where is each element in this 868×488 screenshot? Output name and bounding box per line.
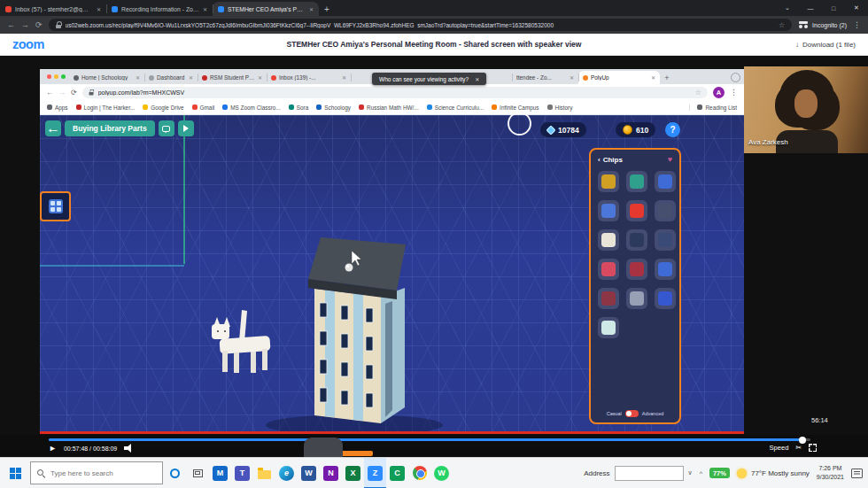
taskbar-app-onenote[interactable]: N (320, 458, 342, 488)
inner-new-tab-button[interactable]: + (660, 71, 674, 84)
bottom-drawer-handle[interactable] (304, 438, 343, 457)
chip-item[interactable] (598, 200, 619, 221)
tab-close-icon[interactable]: ✕ (309, 6, 314, 12)
address-toolbar[interactable]: Address ∨ (584, 466, 692, 481)
panel-collapse-icon[interactable]: ‹ (598, 156, 601, 164)
play-button[interactable]: ► (49, 444, 57, 453)
back-icon[interactable]: ← (7, 20, 15, 29)
volume-icon[interactable] (124, 444, 135, 453)
new-tab-button[interactable]: + (319, 2, 335, 16)
polyup-back-button[interactable]: ← (45, 120, 61, 136)
inner-tab-dashboard[interactable]: Dashboard ✕ (144, 71, 198, 84)
tab-close-icon[interactable]: ✕ (97, 6, 101, 12)
tab-zoom-recording-active[interactable]: STEMHer CEO Amiya's Personal ✕ (213, 2, 319, 16)
mac-minimize-icon[interactable] (54, 74, 58, 79)
tab-inbox[interactable]: Inbox (57) - stemher2@gmail.co ✕ (0, 2, 106, 16)
inner-tab-attendee[interactable]: ttendee - Zo... ✕ (512, 71, 578, 84)
tab-close-icon[interactable]: ✕ (203, 6, 207, 12)
tab-close-icon[interactable]: ✕ (342, 74, 346, 81)
weather-widget[interactable]: 77°F Mostly sunny (737, 469, 810, 478)
bookmark-history[interactable]: History (547, 105, 573, 111)
bookmark-science-curriculum[interactable]: Science Curriculu... (427, 105, 484, 111)
chip-item[interactable] (655, 200, 676, 221)
chip-item[interactable] (598, 259, 619, 280)
mode-toggle[interactable] (625, 410, 639, 417)
tab-close-icon[interactable]: ✕ (136, 74, 140, 81)
battery-indicator[interactable]: 77% (709, 468, 730, 478)
profile-circle-icon[interactable] (731, 73, 740, 82)
download-button[interactable]: ↓ Download (1 file) (795, 41, 856, 49)
taskbar-app-teams[interactable]: T (231, 458, 253, 488)
chip-item[interactable] (598, 171, 619, 192)
speed-button[interactable]: Speed (770, 444, 789, 452)
chip-item[interactable] (598, 288, 619, 309)
chip-item[interactable] (655, 229, 676, 251)
bookmark-sora[interactable]: Sora (289, 105, 309, 111)
chip-item[interactable] (655, 171, 676, 192)
favorites-heart-icon[interactable]: ♥ (668, 155, 672, 164)
chip-item[interactable] (598, 229, 619, 251)
tooltip-close-icon[interactable]: ✕ (475, 76, 479, 82)
tab-search-icon[interactable]: ⌄ (776, 4, 799, 12)
chat-button[interactable] (159, 120, 174, 136)
chip-item[interactable] (626, 171, 647, 192)
tab-close-icon[interactable]: ✕ (189, 74, 193, 81)
taskbar-app-mail[interactable]: M (209, 458, 231, 488)
inner-tab-inbox[interactable]: Inbox (139) -... ✕ (267, 71, 351, 84)
taskbar-app-word[interactable]: W (298, 458, 320, 488)
bookmark-star-icon[interactable]: ☆ (779, 21, 785, 29)
chip-item[interactable] (655, 288, 676, 309)
zoom-logo[interactable]: zoom (12, 37, 44, 51)
taskbar-app-zoom-active[interactable]: Z (364, 458, 386, 488)
seek-handle[interactable] (799, 437, 806, 444)
url-field[interactable]: polyup.com/lab?m=MHXCWSV ☆ (82, 87, 708, 98)
task-view-button[interactable] (186, 458, 209, 488)
mac-close-icon[interactable] (47, 74, 51, 79)
bookmark-star-icon[interactable]: ☆ (695, 89, 701, 97)
mac-zoom-icon[interactable] (61, 74, 66, 79)
back-icon[interactable]: ← (46, 89, 53, 97)
forward-icon[interactable]: → (58, 89, 66, 97)
bookmark-ms-zoom-classroom[interactable]: MS Zoom Classro... (222, 105, 280, 111)
bookmark-infinite-campus[interactable]: Infinite Campus (492, 105, 539, 111)
tab-recording-info[interactable]: Recording Information - Zoom ✕ (106, 2, 213, 16)
help-button[interactable]: ? (665, 122, 680, 137)
profile-avatar[interactable]: A (713, 87, 725, 98)
start-button[interactable] (0, 458, 30, 488)
tab-close-icon[interactable]: ✕ (651, 74, 655, 81)
address-dropdown-icon[interactable]: ∨ (688, 469, 693, 476)
refresh-icon[interactable]: ⟳ (35, 20, 43, 29)
clip-scissors-icon[interactable]: ✂ (795, 444, 802, 452)
bookmark-harker-login[interactable]: Login | The Harker... (76, 105, 136, 111)
bookmark-gmail[interactable]: Gmail (192, 105, 215, 111)
chip-item[interactable] (626, 259, 647, 280)
taskbar-app-file-explorer[interactable] (253, 458, 275, 488)
taskbar-search[interactable] (30, 461, 163, 484)
chip-item[interactable] (626, 200, 647, 221)
search-input[interactable] (50, 469, 152, 477)
address-input[interactable] (615, 466, 684, 481)
taskbar-app-classroom[interactable]: C (386, 458, 408, 488)
selected-tool-button[interactable] (40, 191, 71, 221)
seek-bar[interactable] (49, 438, 810, 441)
inner-tab-schoology[interactable]: Home | Schoology ✕ (69, 71, 144, 84)
tab-close-icon[interactable]: ✕ (570, 74, 574, 81)
inner-tab-rsm[interactable]: RSM Student Porta... ✕ (198, 71, 267, 84)
refresh-icon[interactable]: ⟳ (71, 89, 77, 97)
taskbar-app-edge[interactable]: e (275, 458, 298, 488)
menu-kebab-icon[interactable]: ⋮ (730, 88, 738, 97)
url-field[interactable]: us02web.zoom.us/rec/play/f9V4Mv6IO-Wu1Lr… (49, 19, 793, 31)
menu-kebab-icon[interactable]: ⋮ (853, 20, 861, 29)
forward-icon[interactable]: → (21, 20, 29, 29)
bookmark-reading-list[interactable]: Reading List (689, 105, 737, 111)
inner-tab-polyup-active[interactable]: PolyUp ✕ (578, 71, 660, 84)
bookmark-schoology[interactable]: Schoology (316, 105, 351, 111)
taskbar-clock[interactable]: 7:26 PM 9/30/2021 (817, 464, 844, 482)
chip-item[interactable] (598, 317, 619, 338)
chip-item[interactable] (626, 288, 647, 309)
bookmark-russian-math[interactable]: Russian Math HW/... (359, 105, 419, 111)
bookmark-apps[interactable]: Apps (47, 105, 68, 111)
fullscreen-icon[interactable] (809, 444, 817, 452)
taskbar-app-chrome[interactable] (408, 458, 430, 488)
share-button[interactable] (178, 120, 194, 136)
